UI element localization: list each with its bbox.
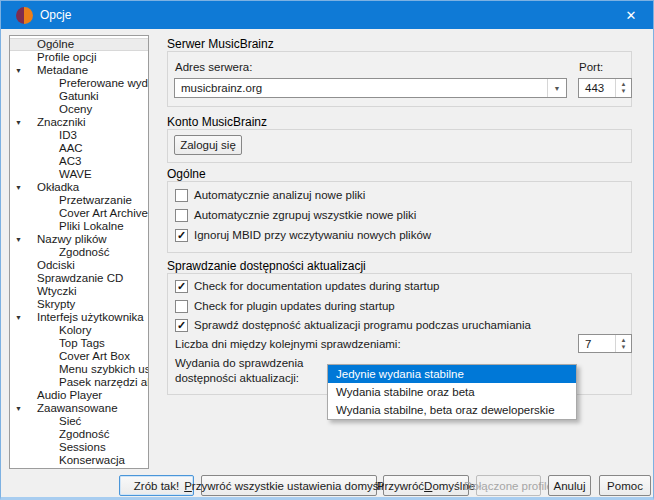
sidebar-item-label: Odciski xyxy=(37,259,75,271)
days-between-checks-label: Liczba dni między kolejnymi sprawdzeniam… xyxy=(175,338,401,350)
sidebar-item[interactable]: Preferowane wydania xyxy=(10,77,148,90)
expander-icon[interactable]: ▼ xyxy=(15,233,22,246)
expander-icon[interactable]: ▼ xyxy=(15,116,22,129)
sidebar-item[interactable]: ▼ Interfejs użytkownika xyxy=(10,311,148,324)
sidebar-item-label: Pasek narzędzi akcji xyxy=(59,376,149,388)
sidebar-item-label: Znaczniki xyxy=(37,116,86,128)
sidebar-item[interactable]: AAC xyxy=(10,142,148,155)
sidebar-item[interactable]: ▼ Zaawansowane xyxy=(10,402,148,415)
sidebar-item[interactable]: Przetwarzanie xyxy=(10,194,148,207)
checkbox-auto-cluster[interactable]: Automatycznie zgrupuj wszystkie nowe pli… xyxy=(175,207,416,223)
sidebar-item-label: Top Tags xyxy=(59,337,105,349)
dropdown-option-stable-beta[interactable]: Wydania stabilne oraz beta xyxy=(328,383,576,401)
checkbox-box xyxy=(175,189,188,202)
sidebar-item[interactable]: Menu szybkich ustawień xyxy=(10,363,148,376)
sidebar-item[interactable]: Audio Player xyxy=(10,389,148,402)
check-icon: ✓ xyxy=(177,320,186,331)
days-spinbox[interactable]: 7 ▲ ▼ xyxy=(578,334,632,353)
sidebar-item[interactable]: Pliki Lokalne xyxy=(10,220,148,233)
expander-icon[interactable]: ▼ xyxy=(15,64,22,77)
restore-all-defaults-button[interactable]: Przywróć wszystkie ustawienia domyślne xyxy=(201,475,377,496)
sidebar-item[interactable]: Profile opcji xyxy=(10,51,148,64)
checkbox-box: ✓ xyxy=(175,229,188,242)
expander-icon[interactable]: ▼ xyxy=(15,402,22,415)
sidebar-item[interactable]: ▼ Metadane xyxy=(10,64,148,77)
sidebar-item[interactable]: Top Tags xyxy=(10,337,148,350)
sidebar-item-label: AAC xyxy=(59,142,83,154)
port-spinbox[interactable]: 443 ▲ ▼ xyxy=(578,78,632,98)
sidebar-item[interactable]: WAVE xyxy=(10,168,148,181)
sidebar-item[interactable]: ▼ Nazwy plików xyxy=(10,233,148,246)
sidebar-item[interactable]: Zgodność xyxy=(10,428,148,441)
sidebar-item-label: Cover Art Box xyxy=(59,350,130,362)
sidebar-item-label: Preferowane wydania xyxy=(59,77,149,89)
make-it-so-button[interactable]: Zrób tak! xyxy=(119,475,194,496)
dropdown-option-stable-beta-dev[interactable]: Wydania stabilne, beta oraz deweloperski… xyxy=(328,401,576,419)
group-title-server: Serwer MusicBrainz xyxy=(167,37,274,51)
checkbox-plugin-updates[interactable]: Check for plugin updates during startup xyxy=(175,298,395,314)
checkbox-program-updates[interactable]: ✓ Sprawdź dostępność aktualizacji progra… xyxy=(175,317,531,333)
sidebar-item[interactable]: AC3 xyxy=(10,155,148,168)
group-title-updates: Sprawdzanie dostępności aktualizacji xyxy=(167,259,366,273)
checkbox-box: ✓ xyxy=(175,319,188,332)
sidebar-item[interactable]: Sieć xyxy=(10,415,148,428)
checkbox-doc-updates[interactable]: ✓ Check for documentation updates during… xyxy=(175,278,439,294)
sidebar-item[interactable]: ▼ Znaczniki xyxy=(10,116,148,129)
checkbox-auto-analyze[interactable]: Automatycznie analizuj nowe pliki xyxy=(175,187,365,203)
sidebar-item[interactable]: Zgodność xyxy=(10,246,148,259)
releases-dropdown-popup: Jedynie wydania stabilne Wydania stabiln… xyxy=(327,364,577,420)
close-icon[interactable]: ✕ xyxy=(609,1,653,29)
titlebar[interactable]: Opcje ✕ xyxy=(1,1,653,29)
sidebar-item-label: Przetwarzanie xyxy=(59,194,132,206)
server-address-combo[interactable]: musicbrainz.org ▼ xyxy=(174,78,567,98)
sidebar-item[interactable]: Wtyczki xyxy=(10,285,148,298)
sidebar-item-label: Pliki Lokalne xyxy=(59,220,124,232)
sidebar-item[interactable]: Kolory xyxy=(10,324,148,337)
sidebar-item-label: Ogólne xyxy=(37,38,74,50)
check-icon: ✓ xyxy=(177,230,186,241)
sidebar-item-label: Skrypty xyxy=(37,298,75,310)
sidebar-item[interactable]: Odciski xyxy=(10,259,148,272)
help-button[interactable]: Pomoc xyxy=(599,475,651,496)
sidebar-item[interactable]: Skrypty xyxy=(10,298,148,311)
spin-up-icon[interactable]: ▲ xyxy=(621,81,627,88)
sidebar-item[interactable]: Cover Art Archive xyxy=(10,207,148,220)
sidebar-item-label: Wtyczki xyxy=(37,285,77,297)
sidebar-item-label: Gatunki xyxy=(59,90,99,102)
attached-profiles-button[interactable]: Dołączone profile xyxy=(476,475,541,496)
window-title: Opcje xyxy=(40,1,71,29)
sidebar-item[interactable]: Sprawdzanie CD xyxy=(10,272,148,285)
login-button[interactable]: Zaloguj się xyxy=(174,135,242,155)
picard-app-icon xyxy=(16,7,33,24)
spin-up-icon[interactable]: ▲ xyxy=(621,337,627,344)
dropdown-arrow-button[interactable]: ▼ xyxy=(547,79,566,97)
port-value: 443 xyxy=(585,79,604,97)
sidebar-item-label: Zaawansowane xyxy=(37,402,118,414)
checkbox-ignore-mbid[interactable]: ✓ Ignoruj MBID przy wczytywaniu nowych p… xyxy=(175,227,431,243)
restore-defaults-button[interactable]: Przywróć Domyślne xyxy=(383,475,469,496)
spin-down-icon[interactable]: ▼ xyxy=(621,88,627,95)
sidebar-item[interactable]: Sessions xyxy=(10,441,148,454)
sidebar-item-label: Konserwacja xyxy=(59,454,125,466)
sidebar-item[interactable]: Pasek narzędzi akcji xyxy=(10,376,148,389)
sidebar-item-label: ID3 xyxy=(59,129,77,141)
cancel-button[interactable]: Anuluj xyxy=(548,475,591,496)
spin-down-icon[interactable]: ▼ xyxy=(621,344,627,351)
sidebar-item[interactable]: Cover Art Box xyxy=(10,350,148,363)
expander-icon[interactable]: ▼ xyxy=(15,311,22,324)
sidebar-item[interactable]: ID3 xyxy=(10,129,148,142)
checkbox-box: ✓ xyxy=(175,280,188,293)
dropdown-option-stable[interactable]: Jedynie wydania stabilne xyxy=(328,365,576,383)
sidebar-item[interactable]: ▼ Okładka xyxy=(10,181,148,194)
sidebar-item[interactable]: Konserwacja xyxy=(10,454,148,467)
sidebar-item-label: Audio Player xyxy=(37,389,102,401)
sidebar-item-label: WAVE xyxy=(59,168,92,180)
sidebar-item[interactable]: Gatunki xyxy=(10,90,148,103)
sidebar-item[interactable]: Oceny xyxy=(10,103,148,116)
checkbox-box xyxy=(175,300,188,313)
sidebar-item-label: Nazwy plików xyxy=(37,233,107,245)
options-tree: Ogólne Profile opcji ▼ Metadane Preferow… xyxy=(9,35,149,469)
sidebar-item-label: Zgodność xyxy=(59,428,110,440)
expander-icon[interactable]: ▼ xyxy=(15,181,22,194)
sidebar-item[interactable]: Ogólne xyxy=(10,38,148,51)
